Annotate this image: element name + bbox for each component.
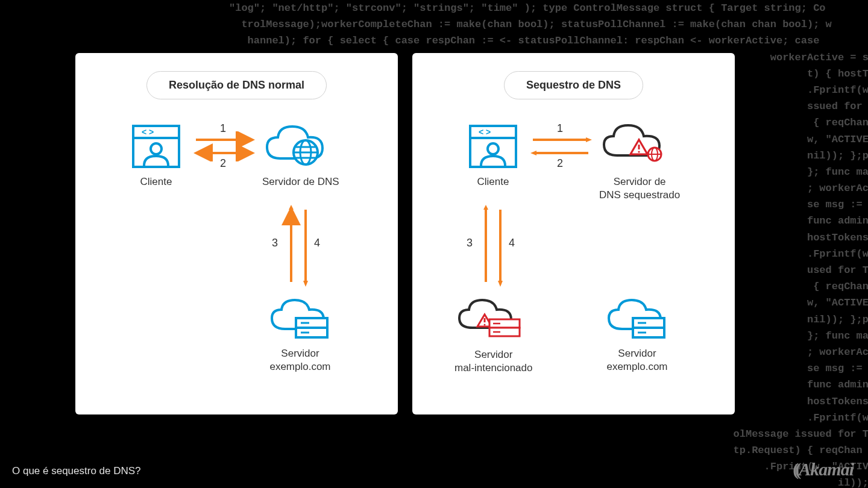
svg-marker-17 bbox=[289, 205, 294, 210]
panel-normal-dns: Resolução de DNS normal < > Cliente bbox=[75, 53, 398, 414]
node-server-left: Servidor exemplo.com bbox=[267, 294, 333, 374]
step-4-r: 4 bbox=[509, 237, 515, 249]
node-client-left: < > Cliente bbox=[130, 122, 183, 189]
cloud-alert-icon bbox=[599, 119, 671, 170]
panel-title-hijack: Sequestro de DNS bbox=[504, 71, 643, 99]
arrows-vertical-right bbox=[475, 204, 511, 288]
client-label-r: Cliente bbox=[467, 175, 520, 189]
svg-text:< >: < > bbox=[479, 127, 491, 137]
cloud-server-icon bbox=[267, 294, 333, 342]
cloud-server-icon bbox=[604, 294, 670, 342]
dns-hijacked-label: Servidor de DNS sequestrado bbox=[599, 175, 680, 202]
node-dns-hijacked: Servidor de DNS sequestrado bbox=[599, 119, 680, 202]
diagram-panels: Resolução de DNS normal < > Cliente bbox=[75, 53, 735, 414]
akamai-logo: Akamai bbox=[793, 459, 854, 480]
step-3-r: 3 bbox=[467, 237, 473, 249]
svg-rect-0 bbox=[133, 126, 179, 167]
svg-rect-37 bbox=[633, 328, 664, 337]
node-client-right: < > Cliente bbox=[467, 122, 520, 189]
browser-user-icon: < > bbox=[467, 122, 520, 170]
svg-marker-41 bbox=[586, 137, 592, 142]
cloud-globe-icon bbox=[262, 119, 329, 170]
svg-point-31 bbox=[484, 324, 486, 326]
svg-rect-10 bbox=[296, 328, 327, 337]
caption-text: O que é sequestro de DNS? bbox=[12, 465, 141, 477]
dns-label: Servidor de DNS bbox=[262, 175, 339, 189]
step-3: 3 bbox=[272, 237, 278, 249]
svg-marker-47 bbox=[498, 281, 503, 287]
step-2-r: 2 bbox=[557, 157, 563, 170]
step-1: 1 bbox=[220, 122, 226, 135]
arrows-vertical-left bbox=[280, 204, 316, 288]
panel-hijack-dns: Sequestro de DNS < > Cliente bbox=[412, 53, 735, 414]
node-server-right: Servidor exemplo.com bbox=[604, 294, 670, 374]
svg-point-24 bbox=[488, 143, 498, 154]
svg-marker-20 bbox=[303, 281, 308, 287]
cloud-malicious-icon bbox=[454, 294, 527, 343]
node-malicious-server: Servidor mal-intencionado bbox=[454, 294, 532, 375]
svg-point-3 bbox=[151, 143, 162, 154]
malicious-label: Servidor mal-intencionado bbox=[454, 348, 532, 375]
svg-rect-21 bbox=[470, 126, 516, 167]
svg-marker-45 bbox=[483, 205, 488, 210]
step-4: 4 bbox=[314, 237, 320, 249]
client-label: Cliente bbox=[130, 175, 183, 189]
svg-rect-36 bbox=[633, 318, 664, 328]
svg-rect-9 bbox=[296, 318, 327, 328]
node-dns-left: Servidor de DNS bbox=[262, 119, 339, 189]
svg-point-26 bbox=[638, 151, 640, 152]
server-label: Servidor exemplo.com bbox=[267, 347, 333, 374]
step-1-r: 1 bbox=[557, 122, 563, 135]
panel-title-normal: Resolução de DNS normal bbox=[146, 71, 327, 99]
step-2: 2 bbox=[220, 157, 226, 170]
svg-marker-43 bbox=[530, 151, 536, 155]
server-label-r: Servidor exemplo.com bbox=[604, 347, 670, 374]
browser-user-icon: < > bbox=[130, 122, 183, 170]
svg-text:< >: < > bbox=[142, 127, 154, 137]
